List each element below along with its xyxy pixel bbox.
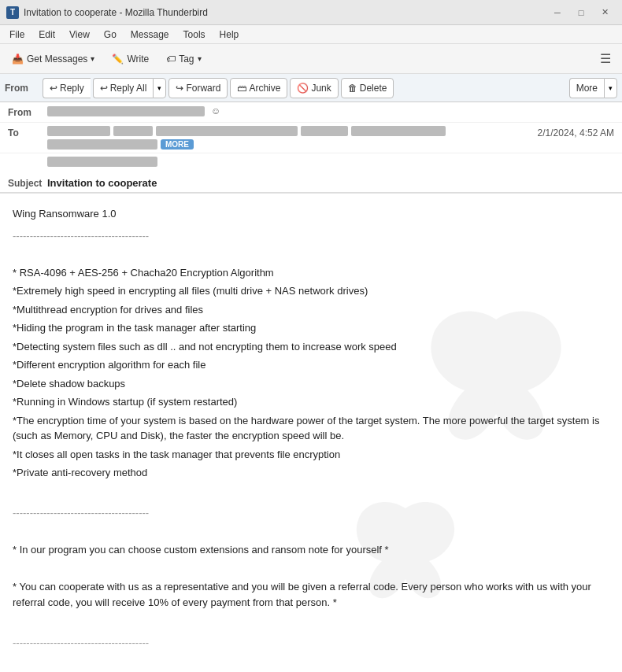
subject-value: Invitation to cooperate [47,177,157,189]
delete-button[interactable]: 🗑 Delete [341,78,394,98]
menu-go[interactable]: Go [98,28,123,42]
menu-file[interactable]: File [3,28,31,42]
feature-7: *Running in Windows startup (if system r… [13,394,609,410]
hamburger-menu-button[interactable]: ☰ [594,48,617,69]
email-date: 2/1/2024, 4:52 AM [538,126,614,138]
reply-icon: ↩ [50,83,57,94]
feature-3: *Hiding the program in the task manager … [13,320,609,336]
feature-1: *Extremely high speed in encrypting all … [13,283,609,299]
note-2: * You can cooperate with us as a represe… [13,579,609,610]
feature-4: *Detecting system files such as dll .. a… [13,339,609,355]
from-value: ☺ [47,105,614,116]
titlebar-left: T Invitation to cooperate - Mozilla Thun… [6,6,208,19]
get-messages-button[interactable]: 📥 Get Messages ▾ [5,48,102,70]
subject-row: Subject Invitation to cooperate [0,174,622,193]
feature-9: *It closes all open tasks in the task ma… [13,447,609,463]
divider-1: ---------------------------------------- [13,228,609,244]
empty-line-4 [13,561,609,577]
empty-line-1 [13,246,609,262]
feature-5: *Different encryption algorithm for each… [13,357,609,373]
reply-button-group: ↩ Reply [43,78,91,98]
delete-icon: 🗑 [348,83,357,94]
from-row: From ☺ [0,102,622,123]
menu-message[interactable]: Message [124,28,176,42]
reply-button[interactable]: ↩ Reply [43,78,91,98]
menu-tools[interactable]: Tools [177,28,212,42]
maximize-button[interactable]: □ [570,4,592,21]
chevron-down-icon: ▾ [157,84,161,92]
menu-edit[interactable]: Edit [32,28,61,42]
to-field-label: To [8,126,47,138]
reply-all-dropdown[interactable]: ▾ [153,78,166,98]
to-email-overflow [47,157,157,167]
window-controls: ─ □ ✕ [546,4,616,21]
feature-6: *Delete shadow backups [13,376,609,392]
subject-label: Subject [8,178,47,189]
to-overflow-row [0,153,622,174]
to-email-6 [47,139,157,150]
from-email-blurred [47,106,205,116]
empty-line-5 [13,613,609,629]
window-title: Invitation to cooperate - Mozilla Thunde… [24,7,208,18]
junk-button[interactable]: 🚫 Junk [290,78,338,98]
to-email-1 [47,126,110,136]
message-toolbar: From ↩ Reply ↩ Reply All ▾ ↪ Forward 🗃 A… [0,74,622,102]
menubar: File Edit View Go Message Tools Help [0,25,622,44]
tag-icon: 🏷 [166,54,176,65]
from-label: From [5,83,40,94]
feature-10: *Private anti-recovery method [13,465,609,481]
reply-all-button-group: ↩ Reply All ▾ [93,78,167,98]
to-row: To MORE 2/1/2024, 4:52 AM [0,123,622,153]
to-email-4 [301,126,348,136]
menu-view[interactable]: View [63,28,96,42]
main-toolbar: 📥 Get Messages ▾ ✏️ Write 🏷 Tag ▾ ☰ [0,44,622,74]
empty-line-6 [13,653,609,669]
more-chevron-icon: ▾ [609,84,613,92]
email-title: Wing Ransomware 1.0 [13,206,609,222]
tag-button[interactable]: 🏷 Tag ▾ [159,48,208,70]
get-messages-icon: 📥 [12,54,24,65]
to-email-2 [113,126,153,136]
more-button[interactable]: More [569,78,604,98]
forward-icon: ↪ [176,83,183,94]
to-value: MORE [47,126,538,150]
forward-button[interactable]: ↪ Forward [168,78,228,98]
to-email-3 [156,126,298,136]
close-button[interactable]: ✕ [594,4,616,21]
titlebar: T Invitation to cooperate - Mozilla Thun… [0,0,622,25]
divider-2: ---------------------------------------- [13,505,609,521]
empty-line-3 [13,524,609,540]
archive-button[interactable]: 🗃 Archive [230,78,287,98]
note-1: * In our program you can choose custom e… [13,542,609,558]
more-recipients-badge[interactable]: MORE [161,139,194,150]
feature-8: *The encryption time of your system is b… [13,413,609,444]
minimize-button[interactable]: ─ [546,4,568,21]
archive-icon: 🗃 [237,83,246,94]
reply-all-icon: ↩ [100,83,108,94]
contact-icon[interactable]: ☺ [211,105,220,116]
divider-3: ---------------------------------------- [13,635,609,651]
write-button[interactable]: ✏️ Write [105,48,156,70]
email-header: From ☺ To MORE 2/1/2024, 4:52 AM Subject… [0,102,622,194]
feature-0: * RSA-4096 + AES-256 + Chacha20 Encrypti… [13,265,609,281]
junk-icon: 🚫 [297,83,309,94]
feature-2: *Multithread encryption for drives and f… [13,302,609,318]
menu-help[interactable]: Help [213,28,246,42]
from-field-label: From [8,105,47,118]
reply-all-button[interactable]: ↩ Reply All [93,78,154,98]
more-button-group: More ▾ [569,78,617,98]
email-body: Wing Ransomware 1.0 --------------------… [0,194,622,672]
to-email-5 [351,126,446,136]
empty-line-2 [13,484,609,500]
app-icon: T [6,6,19,19]
write-icon: ✏️ [112,54,124,65]
more-dropdown[interactable]: ▾ [604,78,617,98]
